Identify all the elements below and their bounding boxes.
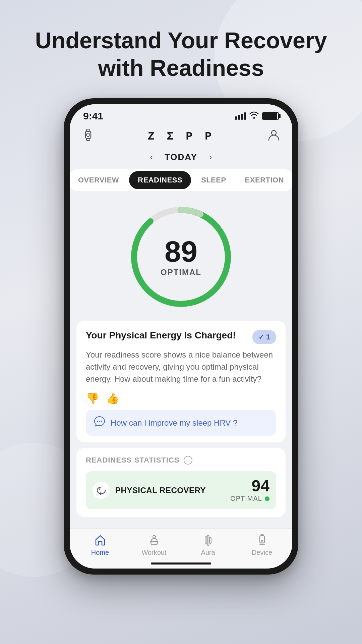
profile-icon[interactable] (267, 128, 280, 144)
svg-point-16 (261, 541, 263, 542)
nav-item-workout[interactable]: Workout (137, 534, 171, 556)
insight-card: Your Physical Energy Is Charged! ✓ 1 You… (76, 321, 286, 442)
ai-suggestion-button[interactable]: How can I improve my sleep HRV ? (86, 410, 276, 436)
nav-label-home: Home (91, 549, 109, 556)
bottom-nav: Home Workout Aura (70, 528, 292, 558)
svg-rect-14 (209, 537, 211, 543)
svg-point-10 (101, 421, 102, 422)
gauge-number: 89 (161, 237, 201, 266)
stat-status: OPTIMAL (230, 495, 262, 502)
gauge-center: 89 OPTIMAL (161, 237, 201, 277)
watch-icon[interactable] (82, 128, 95, 144)
readiness-statistics: READINESS STATISTICS i P (76, 448, 286, 517)
phone-screen: 9:41 100 (70, 104, 292, 569)
date-label: TODAY (165, 152, 197, 162)
tab-readiness[interactable]: READINESS (129, 171, 191, 189)
aura-icon (202, 534, 215, 547)
recovery-icon (93, 482, 110, 499)
stat-right: 94 OPTIMAL (230, 478, 269, 502)
nav-item-home[interactable]: Home (83, 534, 117, 556)
device-icon (256, 534, 268, 547)
svg-rect-13 (207, 535, 209, 545)
stat-name: PHYSICAL RECOVERY (115, 486, 206, 495)
status-time: 9:41 (83, 110, 103, 122)
wifi-icon (249, 111, 259, 121)
page-title: Understand Your Recovery with Readiness (15, 27, 347, 82)
date-nav: ‹ TODAY › (70, 148, 292, 169)
signal-icon (235, 112, 246, 120)
ai-chat-icon (94, 416, 105, 430)
thumbs-up-button[interactable]: 👍 (106, 392, 119, 405)
tabs-row: OVERVIEW READINESS SLEEP EXERTION (70, 169, 292, 191)
gauge-wrapper: 89 OPTIMAL (127, 203, 235, 311)
svg-point-9 (99, 421, 100, 422)
card-header-row: Your Physical Energy Is Charged! ✓ 1 (86, 330, 276, 344)
svg-point-1 (86, 133, 90, 137)
nav-label-aura: Aura (201, 549, 215, 556)
tab-exertion[interactable]: EXERTION (236, 171, 292, 189)
next-date-button[interactable]: › (205, 150, 215, 164)
prev-date-button[interactable]: ‹ (147, 150, 157, 164)
tabs-container: OVERVIEW READINESS SLEEP EXERTION (70, 169, 292, 197)
stat-status-row: OPTIMAL (230, 495, 269, 502)
home-indicator-bar (151, 562, 211, 565)
svg-rect-12 (205, 537, 207, 544)
gauge-status: OPTIMAL (161, 268, 201, 277)
ai-suggestion-text: How can I improve my sleep HRV ? (111, 418, 237, 428)
battery-fill: 100 (263, 113, 277, 119)
svg-point-8 (97, 421, 98, 422)
scroll-content[interactable]: 89 OPTIMAL Your Physical Energy Is Charg… (70, 197, 292, 528)
battery-icon: 100 (262, 112, 279, 120)
green-dot (265, 496, 269, 501)
svg-point-11 (153, 535, 156, 538)
nav-label-device: Device (252, 549, 272, 556)
svg-point-4 (272, 130, 276, 135)
stats-title: READINESS STATISTICS (86, 456, 180, 465)
stat-value: 94 (230, 478, 269, 494)
status-icons: 100 (235, 111, 279, 121)
workout-icon (148, 534, 161, 547)
card-title: Your Physical Energy Is Charged! (86, 330, 252, 341)
feedback-row: 👎 👍 (86, 392, 276, 405)
nav-label-workout: Workout (141, 549, 166, 556)
app-logo: Z Σ P P (148, 130, 215, 143)
tab-sleep[interactable]: SLEEP (192, 171, 235, 189)
status-bar: 9:41 100 (70, 104, 292, 125)
card-description: Your readiness score shows a nice balanc… (86, 349, 276, 385)
badge: ✓ 1 (252, 330, 276, 344)
stat-row-physical-recovery[interactable]: PHYSICAL RECOVERY 94 OPTIMAL (86, 471, 276, 509)
home-icon (94, 534, 107, 547)
thumbs-down-button[interactable]: 👎 (86, 392, 99, 405)
stat-left: PHYSICAL RECOVERY (93, 482, 206, 499)
phone-frame: 9:41 100 (64, 98, 298, 575)
app-header: Z Σ P P (70, 125, 292, 148)
home-indicator (70, 558, 292, 569)
badge-count: 1 (266, 333, 270, 341)
stats-header: READINESS STATISTICS i (86, 456, 276, 465)
gauge-section: 89 OPTIMAL (70, 197, 292, 321)
info-icon[interactable]: i (184, 456, 192, 465)
nav-item-device[interactable]: Device (245, 534, 279, 556)
check-icon: ✓ (258, 333, 264, 341)
tab-overview[interactable]: OVERVIEW (70, 171, 128, 189)
nav-item-aura[interactable]: Aura (191, 534, 225, 556)
